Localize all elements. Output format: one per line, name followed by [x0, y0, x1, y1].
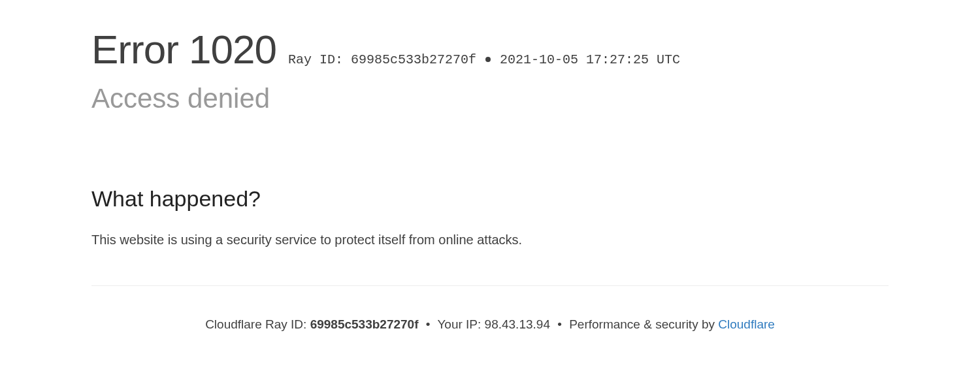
footer-perf-label: Performance & security by — [569, 317, 718, 331]
footer-ip-label: Your IP: — [437, 317, 484, 331]
divider — [91, 285, 889, 286]
section-heading: What happened? — [91, 186, 889, 212]
timestamp: 2021-10-05 17:27:25 UTC — [500, 52, 680, 67]
ray-id-value: 69985c533b27270f — [351, 52, 476, 67]
footer-ray-id: 69985c533b27270f — [310, 317, 419, 331]
footer: Cloudflare Ray ID: 69985c533b27270f • Yo… — [91, 317, 889, 332]
ray-info: Ray ID: 69985c533b27270f 2021-10-05 17:2… — [288, 52, 680, 67]
cloudflare-link[interactable]: Cloudflare — [718, 317, 775, 331]
section-body: This website is using a security service… — [91, 230, 562, 249]
ray-id-label: Ray ID: — [288, 52, 343, 67]
footer-ray-label: Cloudflare Ray ID: — [205, 317, 310, 331]
bullet-icon — [485, 57, 491, 62]
footer-ip-value: 98.43.13.94 — [485, 317, 550, 331]
dot-separator: • — [426, 317, 431, 331]
error-title: Error 1020 — [91, 26, 276, 72]
header-row: Error 1020 Ray ID: 69985c533b27270f 2021… — [91, 26, 889, 72]
what-happened-section: What happened? This website is using a s… — [91, 186, 889, 249]
dot-separator: • — [557, 317, 562, 331]
error-subtitle: Access denied — [91, 83, 889, 114]
error-page: Error 1020 Ray ID: 69985c533b27270f 2021… — [0, 0, 980, 332]
